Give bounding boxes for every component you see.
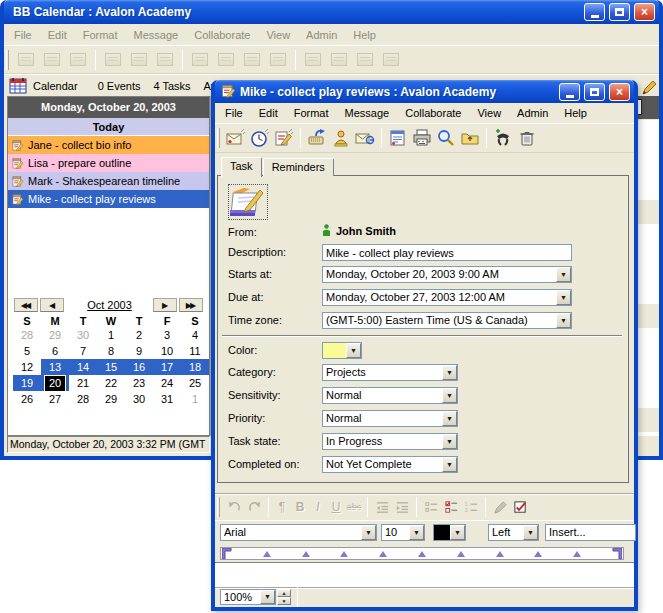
dialog-titlebar[interactable]: > Mike - collect play reviews : Avalon A…: [215, 80, 634, 103]
task-list-item[interactable]: Jane - collect bio info: [8, 136, 209, 154]
due-at-dropdown[interactable]: Monday, October 27, 2003 12:00 AM▼: [322, 289, 572, 306]
calendar-day[interactable]: 28: [69, 391, 97, 407]
calendar-day[interactable]: 12: [13, 359, 41, 375]
calendar-day[interactable]: 31: [153, 391, 181, 407]
category-dropdown[interactable]: Projects▼: [322, 364, 458, 381]
checklist-icon[interactable]: [441, 498, 461, 516]
chevron-down-icon[interactable]: ▼: [361, 525, 376, 540]
priority-dropdown[interactable]: Normal▼: [322, 410, 458, 427]
main-menu-collaborate[interactable]: Collaborate: [186, 27, 258, 43]
calendar-day[interactable]: 28: [13, 327, 41, 343]
calendar-day[interactable]: 8: [97, 343, 125, 359]
calendar-day[interactable]: 19: [13, 375, 41, 391]
calendar-day[interactable]: 21: [69, 375, 97, 391]
calendar-day[interactable]: 13: [41, 359, 69, 375]
zoom-spinner[interactable]: ▲▼: [277, 589, 291, 605]
tab-stop-marker[interactable]: [302, 551, 310, 557]
file-icon[interactable]: [458, 126, 482, 150]
calendar-day[interactable]: 29: [97, 391, 125, 407]
ruler[interactable]: [220, 547, 624, 560]
chevron-down-icon[interactable]: ▼: [442, 457, 457, 472]
main-menu-view[interactable]: View: [258, 27, 298, 43]
main-menu-edit[interactable]: Edit: [40, 27, 75, 43]
chevron-down-icon[interactable]: ▼: [523, 525, 538, 540]
calendar-day[interactable]: 10: [153, 343, 181, 359]
maximize-button[interactable]: [609, 3, 630, 21]
chevron-down-icon[interactable]: ▼: [556, 267, 571, 282]
chevron-down-icon[interactable]: ▼: [260, 590, 275, 604]
sensitivity-dropdown[interactable]: Normal▼: [322, 387, 458, 404]
calendar-day[interactable]: 1: [97, 327, 125, 343]
chevron-down-icon[interactable]: ▼: [556, 290, 571, 305]
calendar-day[interactable]: 11: [181, 343, 209, 359]
calendar-day[interactable]: 20: [41, 375, 69, 391]
calendar-day[interactable]: 7: [69, 343, 97, 359]
ruler-right-margin-marker[interactable]: [612, 548, 622, 559]
call-icon[interactable]: [491, 126, 515, 150]
dialog-close-button[interactable]: ×: [609, 83, 630, 101]
calendar-day[interactable]: 1: [181, 391, 209, 407]
task-list-item[interactable]: Lisa - prepare outline: [8, 154, 209, 172]
zoom-dropdown[interactable]: 100%▼: [220, 589, 276, 605]
spinner-down-icon[interactable]: ▼: [277, 597, 291, 605]
dialog-menu-view[interactable]: View: [469, 105, 509, 121]
main-menu-file[interactable]: File: [6, 27, 40, 43]
calendar-day[interactable]: 24: [153, 375, 181, 391]
details-icon[interactable]: [386, 126, 410, 150]
calendar-day[interactable]: 27: [41, 391, 69, 407]
notes-edit-area[interactable]: [215, 562, 634, 587]
calendar-day[interactable]: 26: [13, 391, 41, 407]
directory-icon[interactable]: [329, 126, 353, 150]
spinner-up-icon[interactable]: ▲: [277, 589, 291, 597]
calendar-day[interactable]: 29: [41, 327, 69, 343]
calendar-day[interactable]: 2: [125, 327, 153, 343]
main-menu-help[interactable]: Help: [345, 27, 384, 43]
tab-stop-marker[interactable]: [573, 551, 581, 557]
dialog-menu-admin[interactable]: Admin: [509, 105, 556, 121]
chevron-down-icon[interactable]: ▼: [442, 434, 457, 449]
next-month-button[interactable]: ▶: [153, 298, 177, 312]
calendar-tab[interactable]: Calendar: [33, 80, 78, 92]
month-label[interactable]: Oct 2003: [66, 299, 153, 311]
task-state-dropdown[interactable]: In Progress▼: [322, 433, 458, 450]
dialog-maximize-button[interactable]: [584, 83, 605, 101]
timezone-dropdown[interactable]: (GMT-5:00) Eastern Time (US & Canada)▼: [322, 312, 572, 329]
chevron-down-icon[interactable]: ▼: [442, 365, 457, 380]
calendar-day[interactable]: 25: [181, 375, 209, 391]
main-menu-message[interactable]: Message: [126, 27, 187, 43]
collaborate-icon[interactable]: [305, 126, 329, 150]
tab-task[interactable]: Task: [221, 157, 262, 177]
search-icon[interactable]: [434, 126, 458, 150]
prev-month-button[interactable]: ◀: [40, 298, 64, 312]
tab-stop-marker[interactable]: [457, 551, 465, 557]
calendar-day[interactable]: 18: [181, 359, 209, 375]
alignment-dropdown[interactable]: Left▼: [488, 524, 539, 541]
calendar-day[interactable]: 9: [125, 343, 153, 359]
main-titlebar[interactable]: BB Calendar : Avalon Academy ×: [4, 0, 659, 24]
new-message-icon[interactable]: [224, 126, 248, 150]
minimize-button[interactable]: [584, 3, 605, 21]
next-year-button[interactable]: ▶▶: [179, 298, 203, 312]
dialog-menu-collaborate[interactable]: Collaborate: [397, 105, 469, 121]
print-icon[interactable]: [410, 126, 434, 150]
calendar-day[interactable]: 14: [69, 359, 97, 375]
dialog-menu-format[interactable]: Format: [286, 105, 337, 121]
chevron-down-icon[interactable]: ▼: [346, 343, 361, 358]
tab-stop-marker[interactable]: [263, 551, 271, 557]
dialog-menu-help[interactable]: Help: [556, 105, 595, 121]
chevron-down-icon[interactable]: ▼: [556, 313, 571, 328]
tab-stop-marker[interactable]: [534, 551, 542, 557]
calendar-day[interactable]: 5: [13, 343, 41, 359]
font-family-dropdown[interactable]: Arial▼: [220, 524, 377, 541]
new-appointment-icon[interactable]: [248, 126, 272, 150]
main-menu-admin[interactable]: Admin: [298, 27, 345, 43]
chevron-down-icon[interactable]: ▼: [409, 525, 424, 540]
tab-stop-marker[interactable]: [418, 551, 426, 557]
insert-dropdown[interactable]: Insert...: [545, 524, 636, 541]
font-size-dropdown[interactable]: 10▼: [381, 524, 425, 541]
dialog-menu-file[interactable]: File: [217, 105, 251, 121]
calendar-day[interactable]: 4: [181, 327, 209, 343]
task-item-icon[interactable]: [228, 184, 268, 220]
address-icon[interactable]: [353, 126, 377, 150]
tab-stop-marker[interactable]: [496, 551, 504, 557]
